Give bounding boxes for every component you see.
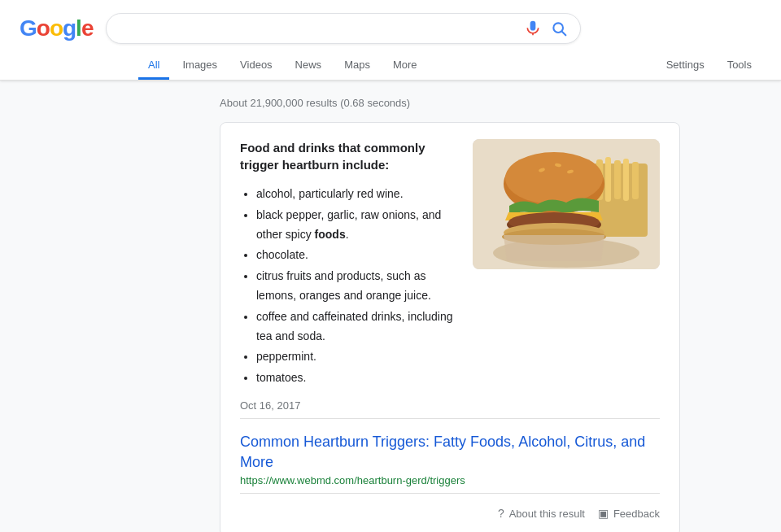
about-result-label: About this result (509, 508, 585, 520)
nav-tabs: All Images Videos News Maps More Setting… (0, 52, 781, 80)
svg-rect-9 (632, 162, 639, 199)
snippet-inner: Food and drinks that commonly trigger he… (240, 139, 660, 412)
search-icon[interactable] (551, 20, 567, 37)
svg-rect-6 (605, 157, 611, 202)
logo-letter-o1: o (37, 15, 50, 41)
nav-right: Settings Tools (657, 52, 761, 80)
search-icons (525, 20, 567, 37)
logo-letter-g: G (20, 15, 37, 41)
list-item: tomatoes. (256, 368, 456, 388)
svg-rect-7 (614, 160, 621, 199)
logo-letter-o2: o (50, 15, 63, 41)
results-count: About 21,900,000 results (0.68 seconds) (220, 97, 680, 109)
tab-news[interactable]: News (286, 52, 332, 80)
result-link-title[interactable]: Common Heartburn Triggers: Fatty Foods, … (240, 432, 660, 473)
svg-line-1 (562, 32, 566, 36)
tab-all[interactable]: All (138, 52, 169, 80)
svg-rect-8 (623, 159, 629, 201)
tab-images[interactable]: Images (172, 52, 227, 80)
tab-videos[interactable]: Videos (230, 52, 282, 80)
list-item: citrus fruits and products, such as lemo… (256, 267, 456, 306)
microphone-icon[interactable] (525, 20, 541, 37)
logo-letter-e: e (81, 15, 94, 41)
about-result-button[interactable]: ? About this result (498, 507, 585, 520)
logo-letter-g2: g (63, 15, 76, 41)
header: Google What foods cause heartburn? (0, 0, 781, 81)
logo-letter-l: l (76, 15, 81, 41)
tab-settings[interactable]: Settings (657, 52, 714, 80)
snippet-text: Food and drinks that commonly trigger he… (240, 139, 456, 412)
tab-tools[interactable]: Tools (718, 52, 761, 80)
svg-point-11 (505, 152, 603, 204)
result-url: https://www.webmd.com/heartburn-gerd/tri… (240, 474, 660, 486)
search-bar[interactable]: What foods cause heartburn? (106, 13, 581, 44)
search-input[interactable]: What foods cause heartburn? (120, 21, 525, 36)
main-content: About 21,900,000 results (0.68 seconds) … (81, 81, 700, 532)
tab-maps[interactable]: Maps (334, 52, 380, 80)
feedback-button[interactable]: ▣ Feedback (598, 507, 660, 520)
tab-more[interactable]: More (383, 52, 427, 80)
list-item: chocolate. (256, 246, 456, 265)
list-item: black pepper, garlic, raw onions, and ot… (256, 206, 456, 245)
list-item: coffee and caffeinated drinks, including… (256, 307, 456, 347)
snippet-bottom-divider (240, 493, 660, 494)
list-item: peppermint. (256, 347, 456, 367)
google-logo[interactable]: Google (20, 15, 93, 41)
snippet-footer: ? About this result ▣ Feedback (240, 500, 660, 520)
snippet-image (473, 139, 660, 269)
snippet-title: Food and drinks that commonly trigger he… (240, 139, 456, 173)
feedback-icon: ▣ (598, 507, 609, 520)
list-item: alcohol, particularly red wine. (256, 185, 456, 204)
snippet-list: alcohol, particularly red wine. black pe… (240, 185, 456, 388)
snippet-date: Oct 16, 2017 (240, 399, 456, 412)
featured-snippet: Food and drinks that commonly trigger he… (220, 122, 680, 532)
feedback-label: Feedback (613, 508, 660, 520)
header-top: Google What foods cause heartburn? (0, 13, 781, 52)
snippet-divider (240, 418, 660, 419)
question-icon: ? (498, 507, 504, 520)
nav-divider (0, 80, 781, 81)
